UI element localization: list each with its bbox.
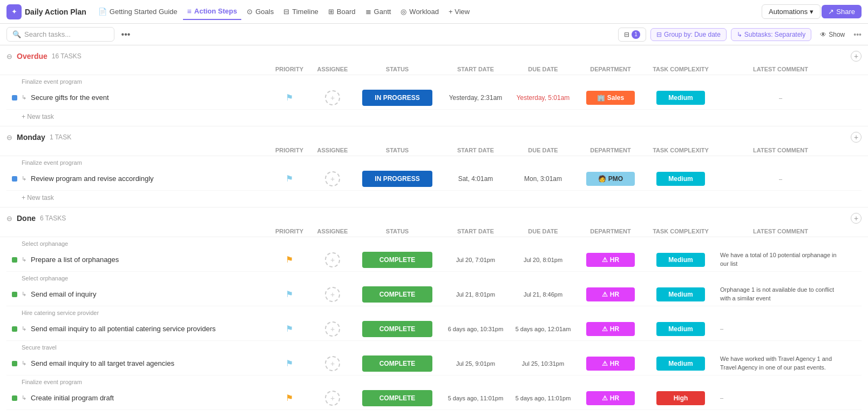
- start-date-cell: 5 days ago, 11:01pm: [440, 395, 511, 401]
- dept-cell[interactable]: 🧑 PMO: [575, 172, 646, 186]
- assignee-circle[interactable]: +: [325, 90, 340, 105]
- complexity-badge[interactable]: High: [656, 391, 705, 405]
- complexity-cell[interactable]: Medium: [646, 172, 716, 186]
- dept-badge[interactable]: ⚠ HR: [586, 287, 635, 301]
- app-logo[interactable]: ✦: [6, 4, 22, 19]
- dept-cell[interactable]: ⚠ HR: [575, 357, 646, 371]
- status-cell[interactable]: COMPLETE: [354, 390, 440, 406]
- group-by-button[interactable]: ⊟ Group by: Due date: [650, 28, 727, 41]
- dept-badge[interactable]: ⚠ HR: [586, 391, 635, 405]
- new-task-monday[interactable]: + New task: [0, 191, 868, 205]
- section-toggle-done[interactable]: ⊖: [6, 214, 12, 223]
- nav-item-action-steps[interactable]: ≡ Action Steps: [183, 4, 242, 20]
- complexity-badge[interactable]: Medium: [656, 172, 705, 186]
- status-badge[interactable]: COMPLETE: [362, 390, 432, 406]
- table-row[interactable]: ↳ Secure gifts for the event ⚑ + IN PROG…: [6, 86, 862, 110]
- chevron-down-icon: ▾: [810, 8, 813, 16]
- status-badge[interactable]: IN PROGRESS: [362, 171, 432, 187]
- complexity-badge[interactable]: Medium: [656, 357, 705, 371]
- priority-flag-icon[interactable]: ⚑: [286, 358, 293, 368]
- nav-item-workload[interactable]: ◎ Workload: [396, 4, 443, 19]
- section-toggle-overdue[interactable]: ⊖: [6, 52, 12, 61]
- task-name: Create initial program draft: [31, 394, 114, 402]
- section-header-monday: ⊖ Monday 1 TASK +: [0, 126, 868, 145]
- subtasks-button[interactable]: ↳ Subtasks: Separately: [731, 28, 811, 41]
- table-row[interactable]: ↳ Create initial program draft ⚑ + COMPL…: [6, 386, 862, 410]
- status-cell[interactable]: IN PROGRESS: [354, 90, 440, 106]
- priority-flag-icon[interactable]: ⚑: [286, 254, 293, 265]
- assignee-circle[interactable]: +: [325, 287, 340, 302]
- priority-cell: ⚑: [268, 358, 311, 368]
- assignee-circle[interactable]: +: [325, 171, 340, 186]
- new-task-overdue[interactable]: + New task: [0, 110, 868, 124]
- share-button[interactable]: ↗ Share: [822, 5, 862, 18]
- priority-flag-icon[interactable]: ⚑: [286, 173, 293, 184]
- complexity-badge[interactable]: Medium: [656, 287, 705, 301]
- status-badge[interactable]: IN PROGRESS: [362, 90, 432, 106]
- status-cell[interactable]: COMPLETE: [354, 286, 440, 303]
- nav-item-timeline[interactable]: ⊟ Timeline: [279, 4, 323, 19]
- complexity-cell[interactable]: High: [646, 391, 716, 405]
- automations-button[interactable]: Automations ▾: [762, 4, 820, 19]
- assignee-circle[interactable]: +: [325, 356, 340, 371]
- col-headers-done: PRIORITY ASSIGNEE STATUS START DATE DUE …: [0, 226, 868, 237]
- priority-flag-icon[interactable]: ⚑: [286, 393, 293, 403]
- table-row[interactable]: ↳ Prepare a list of orphanages ⚑ + COMPL…: [6, 248, 862, 272]
- complexity-badge[interactable]: Medium: [656, 322, 705, 336]
- dept-cell[interactable]: ⚠ HR: [575, 322, 646, 336]
- add-section-btn-done[interactable]: +: [851, 213, 862, 224]
- status-cell[interactable]: COMPLETE: [354, 355, 440, 372]
- due-date-cell: Jul 20, 8:01pm: [511, 257, 575, 263]
- complexity-cell[interactable]: Medium: [646, 357, 716, 371]
- complexity-badge[interactable]: Medium: [656, 91, 705, 105]
- dept-cell[interactable]: 🏢 Sales: [575, 91, 646, 105]
- nav-item-goals[interactable]: ⊙ Goals: [242, 4, 278, 19]
- subtask-icon: ↳: [737, 31, 742, 38]
- dept-badge[interactable]: ⚠ HR: [586, 357, 635, 371]
- priority-cell: ⚑: [268, 92, 311, 103]
- status-cell[interactable]: COMPLETE: [354, 321, 440, 337]
- assignee-circle[interactable]: +: [325, 391, 340, 406]
- search-box[interactable]: 🔍 Search tasks...: [6, 27, 114, 42]
- status-cell[interactable]: IN PROGRESS: [354, 171, 440, 187]
- table-row[interactable]: ↳ Review program and revise accordingly …: [6, 167, 862, 191]
- more-toolbar-button[interactable]: •••: [853, 30, 862, 39]
- nav-item-add-view[interactable]: + View: [444, 4, 474, 19]
- add-section-btn-overdue[interactable]: +: [851, 51, 862, 62]
- dept-badge[interactable]: 🧑 PMO: [586, 172, 635, 186]
- section-count-overdue: 16 TASKS: [52, 52, 82, 60]
- dept-cell[interactable]: ⚠ HR: [575, 391, 646, 405]
- add-section-btn-monday[interactable]: +: [851, 132, 862, 143]
- complexity-badge[interactable]: Medium: [656, 253, 705, 267]
- dept-badge[interactable]: 🏢 Sales: [586, 91, 635, 105]
- status-badge[interactable]: COMPLETE: [362, 286, 432, 303]
- nav-item-gantt[interactable]: ≣ Gantt: [361, 4, 396, 19]
- assignee-circle[interactable]: +: [325, 321, 340, 337]
- complexity-cell[interactable]: Medium: [646, 253, 716, 267]
- complexity-cell[interactable]: Medium: [646, 322, 716, 336]
- more-options-button[interactable]: •••: [119, 28, 133, 42]
- complexity-cell[interactable]: Medium: [646, 287, 716, 301]
- priority-flag-icon[interactable]: ⚑: [286, 289, 293, 299]
- status-badge[interactable]: COMPLETE: [362, 252, 432, 268]
- dept-badge[interactable]: ⚠ HR: [586, 253, 635, 267]
- nav-item-getting-started[interactable]: 📄 Getting Started Guide: [94, 4, 182, 19]
- start-date-cell: Jul 20, 7:01pm: [440, 257, 511, 263]
- complexity-cell[interactable]: Medium: [646, 91, 716, 105]
- table-row[interactable]: ↳ Send email of inquiry ⚑ + COMPLETE Jul…: [6, 283, 862, 306]
- status-badge[interactable]: COMPLETE: [362, 321, 432, 337]
- show-button[interactable]: 👁 Show: [816, 29, 849, 41]
- table-row[interactable]: ↳ Send email inquiry to all potential ca…: [6, 317, 862, 341]
- status-badge[interactable]: COMPLETE: [362, 355, 432, 372]
- status-cell[interactable]: COMPLETE: [354, 252, 440, 268]
- nav-item-board[interactable]: ⊞ Board: [324, 4, 360, 19]
- dept-badge[interactable]: ⚠ HR: [586, 322, 635, 336]
- assignee-circle[interactable]: +: [325, 252, 340, 267]
- priority-flag-icon[interactable]: ⚑: [286, 324, 293, 334]
- dept-cell[interactable]: ⚠ HR: [575, 253, 646, 267]
- priority-flag-icon[interactable]: ⚑: [286, 92, 293, 103]
- filter-button[interactable]: ⊟ 1: [618, 28, 646, 42]
- table-row[interactable]: ↳ Send email inquiry to all target trave…: [6, 352, 862, 375]
- section-toggle-monday[interactable]: ⊖: [6, 133, 12, 142]
- dept-cell[interactable]: ⚠ HR: [575, 287, 646, 301]
